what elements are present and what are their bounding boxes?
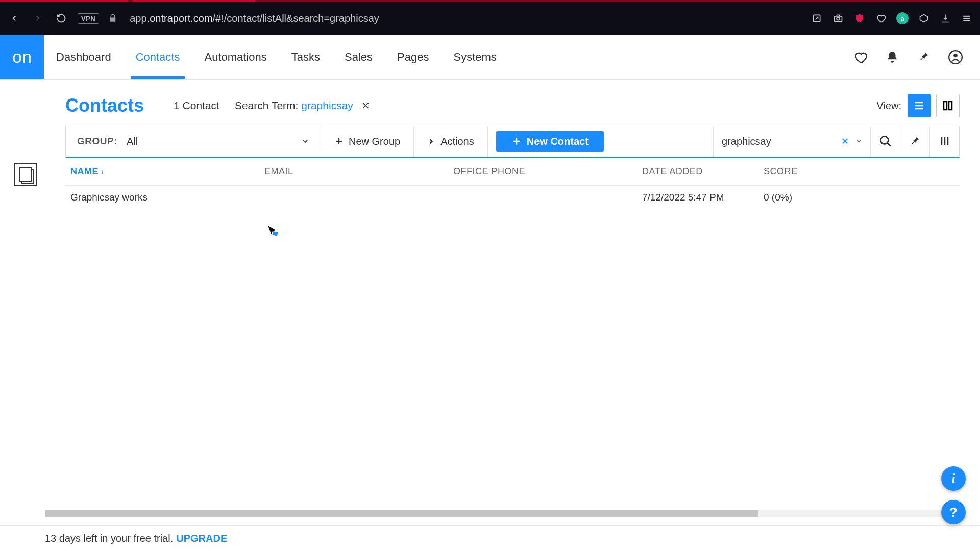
svg-point-7	[953, 53, 957, 57]
scrollbar-thumb[interactable]	[45, 510, 758, 517]
search-term-label: Search Term:	[235, 99, 301, 111]
nav-tasks[interactable]: Tasks	[279, 35, 332, 79]
table-row[interactable]: Graphicsay works 7/12/2022 5:47 PM 0 (0%…	[65, 186, 960, 209]
share-icon[interactable]	[811, 12, 823, 24]
pin-view-button[interactable]	[900, 126, 929, 157]
search-input[interactable]	[722, 136, 834, 147]
svg-line-18	[887, 143, 891, 146]
group-selector[interactable]: GROUP: All	[66, 126, 321, 157]
cell-name: Graphicsay works	[65, 192, 259, 203]
app-logo[interactable]: on	[0, 35, 44, 79]
search-term-value: graphicsay	[301, 99, 353, 111]
cursor-icon	[266, 224, 278, 236]
nav-dashboard[interactable]: Dashboard	[44, 35, 124, 79]
sort-icon: ↓	[101, 168, 105, 176]
vpn-badge[interactable]: VPN	[78, 13, 99, 24]
view-label: View:	[876, 100, 901, 112]
camera-icon[interactable]	[832, 12, 844, 24]
search-term: Search Term: graphicsay ✕	[235, 99, 370, 112]
cell-score: 0 (0%)	[758, 192, 861, 203]
nav-systems[interactable]: Systems	[441, 35, 508, 79]
view-list-button[interactable]	[908, 94, 931, 117]
actions-button[interactable]: Actions	[414, 126, 488, 157]
col-phone[interactable]: OFFICE PHONE	[448, 166, 637, 177]
url-prefix: app.	[130, 13, 150, 24]
svg-point-17	[880, 136, 888, 144]
topnav-right	[853, 35, 980, 79]
reload-button[interactable]	[54, 11, 68, 26]
columns-button[interactable]	[929, 126, 959, 157]
col-email[interactable]: EMAIL	[259, 166, 448, 177]
view-card-button[interactable]	[936, 94, 960, 117]
menu-icon[interactable]	[961, 12, 973, 24]
app-topnav: on Dashboard Contacts Automations Tasks …	[0, 35, 980, 80]
search-dropdown-icon[interactable]	[856, 138, 862, 144]
tab-strip	[0, 0, 255, 2]
group-label: GROUP:	[77, 136, 117, 147]
trial-bar: 13 days left in your free trial. UPGRADE	[0, 525, 980, 551]
page-header: Contacts 1 Contact Search Term: graphics…	[45, 80, 980, 121]
col-score[interactable]: SCORE	[758, 166, 861, 177]
page-title: Contacts	[65, 95, 144, 116]
svg-point-2	[837, 17, 840, 20]
notifications-icon[interactable]	[885, 50, 899, 64]
browser-chrome: VPN app.ontraport.com/#!/contact/listAll…	[0, 0, 980, 35]
new-group-label: New Group	[349, 136, 400, 147]
clear-search-icon[interactable]: ✕	[361, 100, 370, 111]
horizontal-scrollbar[interactable]	[45, 510, 960, 517]
extensions-icon[interactable]	[918, 12, 930, 24]
address-bar[interactable]: app.ontraport.com/#!/contact/listAll&sea…	[127, 13, 801, 24]
chevron-down-icon	[301, 137, 309, 145]
profile-avatar[interactable]: a	[896, 12, 909, 24]
svg-rect-22	[272, 231, 278, 236]
favorites-icon[interactable]	[853, 50, 868, 64]
shield-icon[interactable]	[853, 12, 866, 24]
floating-actions: i ?	[941, 466, 966, 524]
account-icon[interactable]	[948, 50, 963, 64]
forward-button[interactable]	[31, 11, 45, 26]
col-date[interactable]: DATE ADDED	[637, 166, 758, 177]
downloads-icon[interactable]	[939, 12, 951, 24]
new-contact-label: New Contact	[527, 136, 589, 147]
contact-count: 1 Contact	[174, 99, 219, 112]
svg-rect-11	[944, 102, 947, 110]
clear-input-icon[interactable]: ✕	[841, 136, 849, 147]
page-area: Contacts 1 Contact Search Term: graphics…	[0, 80, 980, 209]
lock-icon	[108, 14, 117, 23]
select-all-handle[interactable]	[14, 163, 37, 186]
new-group-button[interactable]: New Group	[321, 126, 414, 157]
toolbar-spacer	[612, 126, 714, 157]
help-fab[interactable]: ?	[941, 500, 966, 524]
table-header: NAME↓ EMAIL OFFICE PHONE DATE ADDED SCOR…	[65, 158, 960, 186]
actions-label: Actions	[440, 136, 474, 147]
toolbar: GROUP: All New Group Actions New Contact…	[65, 126, 960, 158]
nav-contacts[interactable]: Contacts	[124, 35, 192, 79]
col-name[interactable]: NAME↓	[65, 166, 259, 177]
upgrade-link[interactable]: UPGRADE	[176, 533, 227, 544]
heart-icon[interactable]	[875, 12, 887, 24]
search-cell: ✕	[714, 126, 870, 157]
group-value: All	[127, 136, 292, 147]
nav-pages[interactable]: Pages	[385, 35, 441, 79]
url-domain: ontraport.com	[150, 13, 212, 24]
cell-date: 7/12/2022 5:47 PM	[637, 192, 758, 203]
nav-automations[interactable]: Automations	[192, 35, 279, 79]
nav-sales[interactable]: Sales	[332, 35, 385, 79]
svg-rect-12	[949, 102, 952, 110]
pin-icon[interactable]	[917, 50, 931, 64]
contacts-table: NAME↓ EMAIL OFFICE PHONE DATE ADDED SCOR…	[65, 158, 960, 209]
trial-text: 13 days left in your free trial.	[45, 533, 173, 544]
browser-actions: a	[811, 12, 973, 24]
info-fab[interactable]: i	[941, 466, 966, 491]
nav-items: Dashboard Contacts Automations Tasks Sal…	[44, 35, 509, 79]
back-button[interactable]	[7, 11, 21, 26]
url-path: /#!/contact/listAll&search=graphicsay	[213, 13, 379, 24]
new-contact-button[interactable]: New Contact	[496, 131, 604, 152]
search-button[interactable]	[870, 126, 900, 157]
